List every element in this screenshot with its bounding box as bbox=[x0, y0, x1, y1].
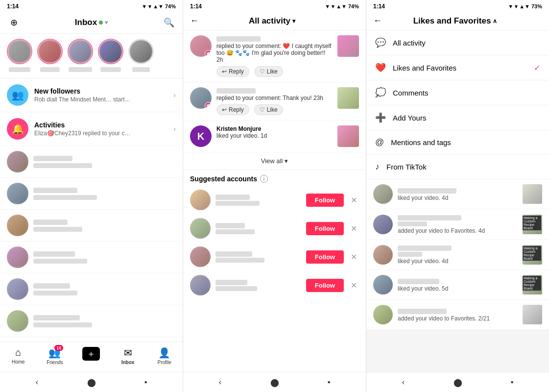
new-followers-icon: 👥 bbox=[7, 84, 28, 106]
inbox-top-bar: ⊕ Inbox ▾ 🔍 bbox=[0, 12, 183, 34]
suggested-account: Follow ✕ bbox=[183, 214, 366, 243]
view-all-button[interactable]: View all ▾ bbox=[183, 152, 366, 170]
dm-name bbox=[33, 283, 176, 289]
account-info bbox=[215, 279, 301, 292]
activity-title: All activity ▾ bbox=[249, 16, 295, 26]
act-text: replied to your comment: ❤️ I caught mys… bbox=[216, 43, 333, 63]
likes-top-bar: ← Likes and Favorites ∧ bbox=[366, 12, 549, 30]
time-2: 1:14 bbox=[190, 3, 202, 10]
likes-panel: 1:14 ▼ ▾ ▲▼ 73% ← Likes and Favorites ∧ … bbox=[366, 0, 549, 392]
menu-from-tiktok[interactable]: ♪ From TikTok bbox=[366, 155, 549, 179]
story-item[interactable] bbox=[7, 39, 32, 73]
status-bar-1: 1:14 ▼ ▾ ▲▼ 74% bbox=[0, 0, 183, 12]
act-actions: ↩ Reply ♡ Like bbox=[216, 66, 333, 77]
avatar bbox=[7, 151, 28, 172]
account-info bbox=[215, 222, 301, 235]
back-btn[interactable]: ‹ bbox=[215, 376, 226, 388]
dm-preview bbox=[33, 258, 176, 265]
avatar bbox=[8, 40, 31, 63]
nav-profile[interactable]: 👤 Profile bbox=[146, 345, 183, 367]
back-arrow[interactable]: ← bbox=[190, 16, 199, 26]
new-followers-item[interactable]: 👥 New followers Rob diall The Mindset Me… bbox=[0, 78, 183, 112]
search-icon[interactable]: 🔍 bbox=[162, 16, 176, 29]
inbox-panel: 1:14 ▼ ▾ ▲▼ 74% ⊕ Inbox ▾ 🔍 bbox=[0, 0, 183, 392]
like-button-2[interactable]: ♡ Like bbox=[254, 104, 283, 115]
menu-likes-favorites[interactable]: ❤️ Likes and Favorites ✓ bbox=[366, 55, 549, 80]
dm-item[interactable] bbox=[0, 305, 183, 337]
dm-info bbox=[33, 155, 176, 169]
dismiss-button-2[interactable]: ✕ bbox=[349, 222, 359, 235]
like-username bbox=[398, 245, 518, 257]
menu-comments[interactable]: 💭 Comments bbox=[366, 80, 549, 105]
likes-title: Likes and Favorites ∧ bbox=[413, 16, 498, 26]
dropdown-icon[interactable]: ∧ bbox=[493, 18, 497, 24]
reply-button-2[interactable]: ↩ Reply bbox=[216, 104, 249, 115]
dismiss-button-1[interactable]: ✕ bbox=[349, 194, 359, 207]
story-item[interactable] bbox=[128, 39, 154, 73]
recents-btn[interactable]: ▪ bbox=[140, 376, 152, 388]
follow-button-4[interactable]: Follow bbox=[306, 279, 344, 292]
avatar bbox=[7, 246, 28, 268]
dropdown-icon[interactable]: ▾ bbox=[105, 19, 108, 26]
like-item: added your video to Favorites. 4d Making… bbox=[366, 209, 549, 239]
video-thumbnail: Making a CustomRecipe Board bbox=[523, 215, 542, 234]
follow-button-2[interactable]: Follow bbox=[306, 222, 344, 235]
avatar bbox=[373, 305, 393, 324]
chevron-right-icon: › bbox=[173, 91, 176, 99]
dm-item[interactable] bbox=[0, 178, 183, 210]
back-btn[interactable]: ‹ bbox=[398, 376, 409, 388]
nav-inbox[interactable]: ✉ Inbox bbox=[110, 345, 146, 367]
dm-name bbox=[33, 251, 176, 257]
dm-item[interactable] bbox=[0, 210, 183, 242]
story-ring bbox=[7, 39, 32, 64]
nav-home[interactable]: ⌂ Home bbox=[0, 345, 37, 367]
menu-add-yours[interactable]: ➕ Add Yours bbox=[366, 105, 549, 130]
back-arrow[interactable]: ← bbox=[373, 16, 382, 26]
like-item: added your video to Favorites. 2/21 bbox=[366, 300, 549, 329]
home-btn[interactable]: ⬤ bbox=[452, 376, 464, 388]
time-3: 1:14 bbox=[373, 3, 385, 10]
dismiss-button-3[interactable]: ✕ bbox=[349, 250, 359, 264]
add-button[interactable]: ＋ bbox=[82, 347, 100, 361]
activities-sub: Eliza🎯Chey2319 replied to your c… bbox=[34, 130, 167, 137]
menu-mentions-tags[interactable]: @ Mentions and tags bbox=[366, 130, 549, 155]
menu-all-activity[interactable]: 💬 All activity bbox=[366, 30, 549, 55]
act-username: Kristen Monjure bbox=[216, 125, 333, 132]
dm-item[interactable] bbox=[0, 146, 183, 178]
story-label bbox=[40, 67, 60, 72]
friends-badge: 16 bbox=[54, 345, 63, 351]
account-info bbox=[215, 250, 301, 264]
dm-item[interactable] bbox=[0, 242, 183, 273]
avatar: 💬 bbox=[190, 35, 212, 57]
story-item[interactable] bbox=[68, 39, 93, 73]
bottom-nav: ⌂ Home 👥 16 Friends ＋ ✉ Inbox 👤 Profile bbox=[0, 342, 183, 372]
reply-button-1[interactable]: ↩ Reply bbox=[216, 66, 249, 77]
story-label bbox=[69, 67, 92, 72]
status-icons-3: ▼ ▾ ▲▼ 73% bbox=[508, 3, 542, 10]
dm-item[interactable] bbox=[0, 273, 183, 305]
story-item[interactable] bbox=[37, 39, 63, 73]
nav-friends[interactable]: 👥 16 Friends bbox=[37, 345, 73, 367]
activities-item[interactable]: 🔔 Activities Eliza🎯Chey2319 replied to y… bbox=[0, 112, 183, 146]
act-text: liked your video. 1d bbox=[216, 132, 333, 139]
recents-btn[interactable]: ▪ bbox=[323, 376, 335, 388]
back-btn[interactable]: ‹ bbox=[31, 376, 43, 388]
follow-button-1[interactable]: Follow bbox=[306, 194, 344, 207]
nav-add[interactable]: ＋ bbox=[73, 345, 110, 367]
dm-preview bbox=[33, 226, 176, 233]
account-sub bbox=[215, 286, 301, 291]
recents-btn[interactable]: ▪ bbox=[506, 376, 518, 388]
like-button-1[interactable]: ♡ Like bbox=[254, 66, 283, 77]
follow-button-3[interactable]: Follow bbox=[306, 250, 344, 264]
compose-icon[interactable]: ⊕ bbox=[7, 16, 21, 29]
story-item[interactable] bbox=[98, 39, 123, 73]
info-icon[interactable]: i bbox=[260, 175, 268, 183]
battery-3: 73% bbox=[531, 3, 542, 9]
dropdown-icon[interactable]: ▾ bbox=[292, 18, 295, 24]
act-actions: ↩ Reply ♡ Like bbox=[216, 104, 333, 115]
home-btn[interactable]: ⬤ bbox=[86, 376, 97, 388]
home-btn[interactable]: ⬤ bbox=[269, 376, 281, 388]
story-ring bbox=[128, 39, 154, 64]
dismiss-button-4[interactable]: ✕ bbox=[349, 279, 359, 292]
activities-icon: 🔔 bbox=[7, 118, 28, 140]
